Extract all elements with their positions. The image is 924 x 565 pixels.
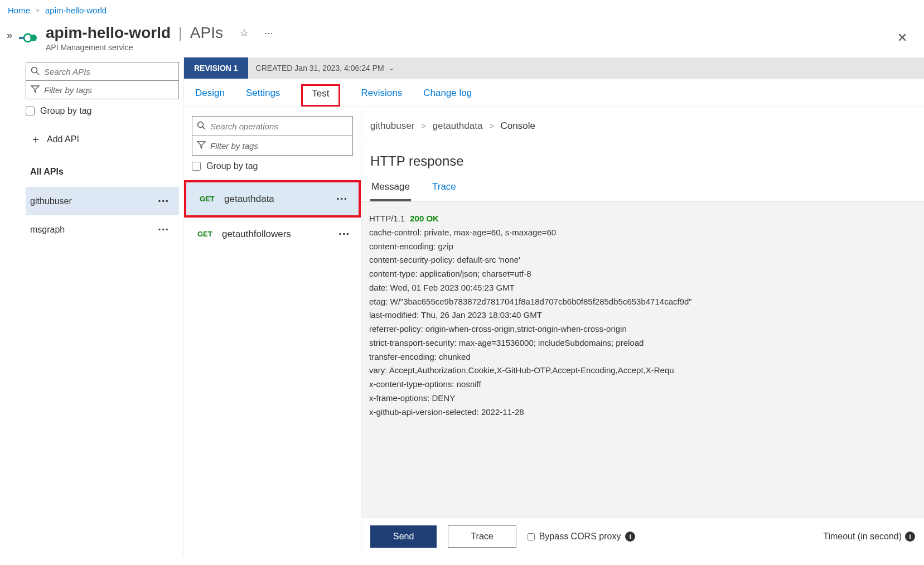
search-icon: [31, 66, 40, 77]
response-tabs: MessageTrace: [361, 176, 924, 202]
breadcrumb-home[interactable]: Home: [8, 6, 30, 15]
group-by-tag-checkbox[interactable]: Group by tag: [26, 106, 179, 116]
svg-line-6: [202, 127, 205, 129]
send-button[interactable]: Send: [370, 525, 437, 548]
operation-getauthdata[interactable]: GETgetauthdata···: [184, 180, 361, 218]
bypass-cors-checkbox[interactable]: Bypass CORS proxy i: [528, 532, 636, 542]
timeout-label: Timeout (in second) i: [823, 532, 915, 542]
response-body[interactable]: HTTP/1.1 200 OK cache-control: private, …: [361, 202, 924, 517]
operation-name: getauthdata: [224, 194, 336, 205]
more-icon[interactable]: ···: [158, 195, 169, 207]
api-name: githubuser: [30, 196, 72, 206]
filter-icon: [31, 85, 40, 95]
chevron-right-icon: >: [489, 122, 494, 131]
close-icon[interactable]: ✕: [897, 31, 917, 45]
more-icon[interactable]: ···: [338, 228, 350, 240]
info-icon[interactable]: i: [625, 532, 635, 542]
page-subtitle: API Management service: [46, 43, 273, 52]
more-actions-icon[interactable]: ···: [264, 27, 273, 39]
page-title: apim-hello-world: [46, 24, 171, 42]
tab-test[interactable]: Test: [301, 84, 340, 107]
filter-operations-tags[interactable]: Filter by tags: [192, 136, 353, 156]
breadcrumb: Home > apim-hello-world: [0, 0, 924, 21]
api-tabs: DesignSettingsTestRevisionsChange log: [184, 79, 924, 107]
search-operations-input[interactable]: [192, 116, 353, 136]
api-name: msgraph: [30, 225, 65, 235]
expand-collapse-icon[interactable]: »: [7, 24, 12, 41]
revision-bar: REVISION 1 CREATED Jan 31, 2023, 4:06:24…: [184, 57, 924, 79]
console-bc-item[interactable]: Console: [501, 120, 535, 132]
svg-point-2: [30, 35, 37, 41]
chevron-down-icon: ⌄: [389, 64, 394, 72]
chevron-right-icon: >: [421, 122, 425, 131]
console-bc-item[interactable]: githubuser: [370, 120, 414, 132]
svg-rect-1: [19, 37, 25, 39]
response-tab-trace[interactable]: Trace: [431, 176, 457, 201]
filter-apis-tags[interactable]: Filter by tags: [26, 80, 179, 99]
api-item-githubuser[interactable]: githubuser···: [26, 187, 179, 215]
console-breadcrumb: githubuser>getauthdata>Console: [361, 107, 924, 142]
status-code: 200 OK: [410, 214, 439, 223]
api-list-pane: Filter by tags Group by tag ＋ Add API Al…: [0, 57, 184, 556]
operation-name: getauthfollowers: [222, 229, 338, 240]
operation-getauthfollowers[interactable]: GETgetauthfollowers···: [184, 218, 361, 250]
search-icon: [197, 121, 206, 132]
http-response-title: HTTP response: [361, 142, 924, 176]
plus-icon: ＋: [30, 132, 41, 147]
console-bc-item[interactable]: getauthdata: [433, 120, 483, 132]
all-apis-label[interactable]: All APIs: [30, 167, 179, 177]
svg-line-4: [36, 72, 39, 75]
apim-service-icon: [18, 28, 38, 48]
revision-created[interactable]: CREATED Jan 31, 2023, 4:06:24 PM ⌄: [256, 64, 394, 73]
api-item-msgraph[interactable]: msgraph···: [26, 215, 179, 244]
tab-change-log[interactable]: Change log: [423, 88, 472, 107]
more-icon[interactable]: ···: [158, 223, 169, 236]
page-section: APIs: [190, 24, 223, 42]
tab-revisions[interactable]: Revisions: [361, 88, 403, 107]
http-verb: GET: [197, 230, 222, 238]
more-icon[interactable]: ···: [336, 192, 347, 205]
page-header: » apim-hello-world | APIs ☆ ··· API Mana…: [0, 21, 924, 57]
breadcrumb-resource[interactable]: apim-hello-world: [45, 6, 107, 15]
tab-settings[interactable]: Settings: [246, 88, 280, 107]
http-verb: GET: [200, 195, 224, 203]
info-icon[interactable]: i: [905, 532, 915, 542]
search-apis-input[interactable]: [26, 62, 179, 81]
filter-icon: [197, 141, 206, 151]
response-tab-message[interactable]: Message: [370, 176, 411, 201]
favorite-star-icon[interactable]: ☆: [240, 27, 249, 39]
action-bar: Send Trace Bypass CORS proxy i Timeout (…: [361, 517, 924, 556]
console-pane: githubuser>getauthdata>Console HTTP resp…: [361, 107, 924, 556]
tab-design[interactable]: Design: [195, 88, 225, 107]
operations-pane: Filter by tags Group by tag GETgetauthda…: [184, 107, 361, 556]
ops-group-by-tag-checkbox[interactable]: Group by tag: [192, 161, 353, 171]
trace-button[interactable]: Trace: [448, 525, 516, 548]
add-api-button[interactable]: ＋ Add API: [30, 132, 179, 147]
revision-badge: REVISION 1: [184, 57, 248, 79]
chevron-right-icon: >: [36, 7, 40, 15]
